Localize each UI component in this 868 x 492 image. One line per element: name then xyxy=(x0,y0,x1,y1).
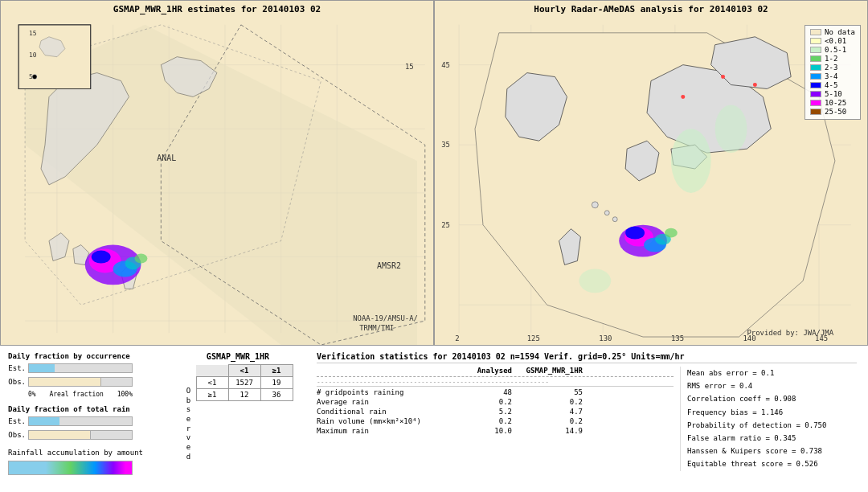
verif-right-stats: Mean abs error = 0.1 RMS error = 0.4 Cor… xyxy=(680,367,857,471)
verif-row-3: Rain volume (mm×km²×10⁴) 0.2 0.2 xyxy=(317,417,674,425)
svg-point-57 xyxy=(579,269,611,293)
est2-bar-fill xyxy=(29,417,59,425)
verif-content: Analysed GSMAP_MWR_1HR -----------------… xyxy=(317,367,857,471)
svg-text:10: 10 xyxy=(29,51,37,59)
verif-val-analysed-2: 5.2 xyxy=(472,408,512,416)
verif-header-gsmap: GSMAP_MWR_1HR xyxy=(518,367,583,375)
svg-point-44 xyxy=(604,211,609,215)
cont-row-lt1: <1 1527 19 xyxy=(196,377,293,389)
axis-left-label: 0% xyxy=(28,391,36,398)
verif-metric-2: Conditional rain xyxy=(317,408,465,416)
cont-cell-21: 12 xyxy=(228,389,260,401)
obs-bar-outer xyxy=(28,377,133,387)
contingency-table: <1 ≥1 <1 1527 19 ≥1 xyxy=(196,364,293,401)
legend-item-1-2: 1-2 xyxy=(810,55,855,63)
svg-text:Provided by: JWA/JMA: Provided by: JWA/JMA xyxy=(747,329,833,337)
legend-item-10-25: 10-25 xyxy=(810,99,855,107)
svg-text:15: 15 xyxy=(29,30,37,37)
left-map-svg: 15 10 5 15 ANAL AMSR2 NOAA-19/AMSU-A/ TR… xyxy=(1,1,433,345)
svg-point-20 xyxy=(134,254,147,264)
accumulation-gradient xyxy=(8,461,133,475)
legend-item-4-5: 4-5 xyxy=(810,81,855,89)
obs2-label: Obs. xyxy=(8,431,26,439)
verif-val-gsmap-2: 4.7 xyxy=(518,408,583,416)
obs-label: Obs. xyxy=(8,378,26,386)
svg-text:ANAL: ANAL xyxy=(157,154,176,162)
legend-item-05-1: 0.5-1 xyxy=(810,46,855,54)
verif-header-metric xyxy=(317,367,465,375)
svg-text:130: 130 xyxy=(599,334,612,342)
contingency-section: GSMAP_MWR_1HR Observed <1 ≥1 xyxy=(166,349,310,489)
verif-val-gsmap-1: 0.2 xyxy=(518,398,583,406)
bottom-bars-section: Daily fraction by occurrence Est. Obs. 0… xyxy=(5,349,166,489)
svg-text:135: 135 xyxy=(671,334,684,342)
legend-item-2-3: 2-3 xyxy=(810,64,855,72)
stat-rms-error: RMS error = 0.4 xyxy=(687,379,857,392)
cont-row-label-lt1: <1 xyxy=(196,377,228,389)
stat-freq-bias: Frequency bias = 1.146 xyxy=(687,406,857,419)
obs-bar-fill xyxy=(29,378,101,386)
legend-item-25-50: 25-50 xyxy=(810,108,855,116)
svg-text:NOAA-19/AMSU-A/: NOAA-19/AMSU-A/ xyxy=(353,314,418,322)
stat-equitable-threat: Equitable threat score = 0.526 xyxy=(687,457,857,470)
svg-point-55 xyxy=(671,129,711,193)
stat-correlation: Correlation coeff = 0.908 xyxy=(687,392,857,405)
svg-point-26 xyxy=(32,75,37,80)
legend-item-3-4: 3-4 xyxy=(810,72,855,80)
svg-point-43 xyxy=(592,202,598,208)
left-map-title: GSMAP_MWR_1HR estimates for 20140103 02 xyxy=(113,4,321,14)
svg-text:125: 125 xyxy=(527,334,540,342)
verif-metric-3: Rain volume (mm×km²×10⁴) xyxy=(317,417,465,425)
verif-table-area: Analysed GSMAP_MWR_1HR -----------------… xyxy=(317,367,674,471)
obs-bar-row: Obs. xyxy=(8,377,162,387)
svg-point-47 xyxy=(721,75,725,79)
svg-point-48 xyxy=(753,83,757,87)
est2-label: Est. xyxy=(8,417,26,425)
axis-right-label: 100% xyxy=(117,391,133,398)
est-bar-outer xyxy=(28,363,133,373)
legend-box: No data <0.01 0.5-1 1-2 2-3 xyxy=(805,25,861,120)
svg-point-17 xyxy=(92,251,111,264)
verification-section: Verification statistics for 20140103 02 … xyxy=(310,349,863,489)
right-map-title: Hourly Radar-AMeDAS analysis for 2014010… xyxy=(534,4,768,14)
svg-text:AMSR2: AMSR2 xyxy=(377,261,401,270)
contingency-title: GSMAP_MWR_1HR xyxy=(207,352,269,361)
stat-hanssen-kuipers: Hanssen & Kuipers score = 0.738 xyxy=(687,445,857,457)
right-map-panel: Hourly Radar-AMeDAS analysis for 2014010… xyxy=(434,0,868,346)
verif-val-gsmap-0: 55 xyxy=(518,388,583,396)
cont-corner-cell xyxy=(196,365,228,377)
cont-row-label-gte1: ≥1 xyxy=(196,389,228,401)
est-label: Est. xyxy=(8,364,26,372)
cont-cell-11: 1527 xyxy=(228,377,260,389)
verif-val-gsmap-4: 14.9 xyxy=(518,427,583,435)
cont-header-lt1: <1 xyxy=(228,365,260,377)
section1-title: Daily fraction by occurrence xyxy=(8,352,162,360)
verif-row-1: Average rain 0.2 0.2 xyxy=(317,398,674,406)
svg-text:15: 15 xyxy=(405,63,414,71)
verif-header-row: Analysed GSMAP_MWR_1HR xyxy=(317,367,674,377)
est2-bar-row: Est. xyxy=(8,416,162,426)
svg-point-46 xyxy=(681,95,685,99)
verif-header-analysed: Analysed xyxy=(472,367,512,375)
obs2-bar-outer xyxy=(28,430,133,440)
verif-val-analysed-3: 0.2 xyxy=(472,417,512,425)
est-bar-row: Est. xyxy=(8,363,162,373)
left-map-panel: GSMAP_MWR_1HR estimates for 20140103 02 xyxy=(0,0,434,346)
obs2-bar-fill xyxy=(29,431,91,439)
section2-title: Daily fraction of total rain xyxy=(8,405,162,413)
obs-vertical-label: Observed xyxy=(183,387,194,462)
verif-title: Verification statistics for 20140103 02 … xyxy=(317,352,857,363)
cont-cell-22: 36 xyxy=(260,389,293,401)
svg-point-56 xyxy=(715,105,747,153)
verif-val-analysed-1: 0.2 xyxy=(472,398,512,406)
verif-val-analysed-0: 48 xyxy=(472,388,512,396)
svg-text:35: 35 xyxy=(441,141,450,149)
verif-metric-4: Maximum rain xyxy=(317,427,465,435)
legend-item-lt001: <0.01 xyxy=(810,37,855,45)
verif-separator: ----------------------------------------… xyxy=(317,379,674,387)
axis-mid-label: Areal fraction xyxy=(49,391,103,398)
verif-metric-0: # gridpoints raining xyxy=(317,388,465,396)
svg-text:2: 2 xyxy=(455,334,459,342)
verif-row-4: Maximum rain 10.0 14.9 xyxy=(317,427,674,435)
svg-text:25: 25 xyxy=(441,221,450,229)
